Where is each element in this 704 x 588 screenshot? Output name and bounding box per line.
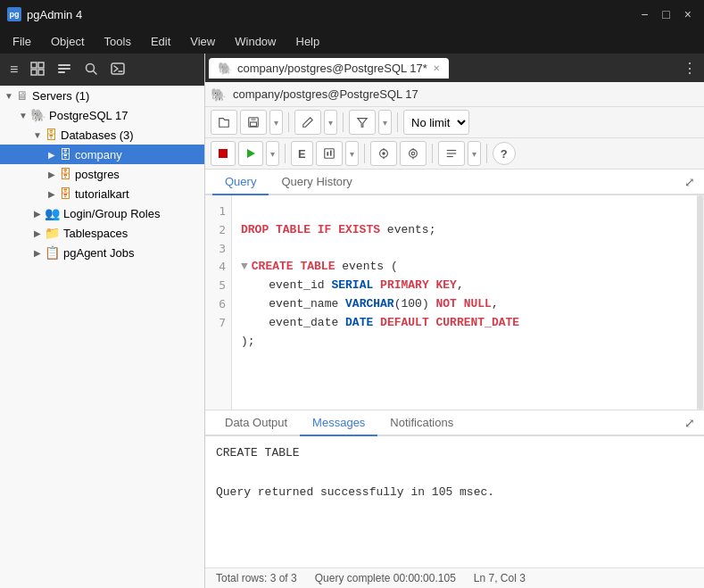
connection-label: company/postgres@PostgreSQL 17 [229,86,699,103]
postgres-label: postgres [75,168,120,181]
save-button[interactable] [240,110,267,135]
svg-rect-2 [31,70,37,75]
tab-more-button[interactable]: ⋮ [679,56,700,80]
analyze-button[interactable] [316,141,343,166]
tab-messages[interactable]: Messages [300,410,377,436]
tab-data-output[interactable]: Data Output [212,410,300,436]
svg-rect-12 [251,118,255,121]
tree-item-pgagent[interactable]: ▶ 📋 pgAgent Jobs [0,243,204,262]
content-area: 🐘 company/postgres@PostgreSQL 17* ✕ ⋮ 🐘 … [205,54,704,588]
query-tool-button[interactable] [106,59,129,81]
menu-file[interactable]: File [4,32,40,51]
svg-marker-16 [247,149,255,158]
active-tab[interactable]: 🐘 company/postgres@PostgreSQL 17* ✕ [209,58,449,79]
filter-button[interactable] [349,110,376,135]
pgagent-icon: 📋 [45,245,60,260]
editor-area: Query Query History ⤢ 1 2 3 4 5 6 7 DROP… [205,170,704,588]
code-content[interactable]: DROP TABLE IF EXISTS events; ▼CREATE TAB… [232,195,697,410]
run-dropdown-button[interactable]: ▾ [266,141,279,166]
active-tab-label: company/postgres@PostgreSQL 17* [237,62,427,75]
titlebar-left: pg pgAdmin 4 [7,7,82,21]
save-dropdown-button[interactable]: ▾ [269,110,283,135]
tab-query[interactable]: Query [212,170,269,195]
tab-query-history[interactable]: Query History [269,170,364,195]
tabs: 🐘 company/postgres@PostgreSQL 17* ✕ [209,58,449,79]
help-button[interactable]: ? [493,142,516,165]
svg-rect-5 [58,68,70,70]
row-limit-select[interactable]: No limit 1000 500 100 [403,110,469,135]
tree-item-tutorialkart[interactable]: ▶ 🗄 tutorialkart [0,184,204,203]
message-line-1: CREATE TABLE [216,443,693,463]
analyze-dropdown-button[interactable]: ▾ [345,141,359,166]
sql-connection-toolbar: 🐘 company/postgres@PostgreSQL 17 [205,82,704,107]
tab-notifications[interactable]: Notifications [377,410,466,436]
line-num-2: 2 [211,221,226,240]
message-line-2 [216,463,693,483]
scrollbar-thumb [698,195,703,410]
tree-item-databases[interactable]: ▼ 🗄 Databases (3) [0,125,204,145]
toolbar-separator-3 [397,112,398,132]
svg-marker-14 [358,119,368,128]
tree-item-company[interactable]: ▶ 🗄 company [0,145,204,164]
postgresql-icon: 🐘 [30,108,46,122]
databases-icon: 🗄 [45,128,57,142]
tab-close-button[interactable]: ✕ [433,63,440,73]
chevron-servers: ▼ [4,91,14,101]
query-editor[interactable]: 1 2 3 4 5 6 7 DROP TABLE IF EXISTS event… [205,195,704,410]
maximize-button[interactable]: □ [657,5,675,23]
tree-item-postgresql[interactable]: ▼ 🐘 PostgreSQL 17 [0,105,204,125]
menu-view[interactable]: View [181,32,224,51]
explain-button[interactable]: E [291,141,313,166]
app-logo: pg [7,7,21,21]
open-file-button[interactable] [211,110,237,135]
commit-button[interactable] [370,141,397,166]
tab-db-icon: 🐘 [218,62,232,75]
filter-dropdown-button[interactable]: ▾ [378,110,392,135]
rollback-button[interactable] [400,141,427,166]
search-button[interactable] [79,59,103,81]
minimize-button[interactable]: − [635,5,653,23]
edit-button[interactable] [294,110,321,135]
macro-button[interactable] [438,141,465,166]
menu-object[interactable]: Object [42,32,94,51]
editor-expand-icon[interactable]: ⤢ [683,173,697,191]
tutorialkart-db-icon: 🗄 [59,186,71,201]
menu-help[interactable]: Help [287,32,329,51]
chevron-pgagent: ▶ [32,248,43,258]
edit-dropdown-button[interactable]: ▾ [324,110,337,135]
sql-toolbar-row1: ▾ ▾ ▾ No limit 1000 500 100 [205,107,704,138]
svg-rect-17 [324,149,334,159]
results-footer: Total rows: 3 of 3 Query complete 00:00:… [205,567,704,588]
svg-point-25 [411,152,415,155]
tree-item-postgres[interactable]: ▶ 🗄 postgres [0,164,204,184]
chevron-databases: ▼ [32,130,43,140]
close-button[interactable]: × [679,5,697,23]
macro-dropdown-button[interactable]: ▾ [468,141,481,166]
tablespaces-icon: 📁 [45,226,60,240]
line-num-7: 7 [211,314,226,333]
editor-scrollbar[interactable] [697,195,704,410]
sidebar-toolbar: ≡ [0,54,204,86]
results-tabs: Data Output Messages Notifications [212,410,466,435]
line-num-4: 4 [211,258,226,277]
run-button[interactable] [238,141,263,166]
tree-item-servers[interactable]: ▼ 🖥 Servers (1) [0,86,204,105]
stop-button[interactable] [211,141,236,166]
window-controls[interactable]: − □ × [635,5,697,23]
results-expand-icon[interactable]: ⤢ [683,414,697,432]
svg-rect-15 [219,149,228,158]
pgagent-label: pgAgent Jobs [63,246,135,260]
menu-edit[interactable]: Edit [142,32,179,51]
svg-rect-3 [38,70,44,75]
menu-tools[interactable]: Tools [95,32,140,51]
properties-button[interactable] [53,59,76,81]
tree-item-tablespaces[interactable]: ▶ 📁 Tablespaces [0,223,204,243]
tablespaces-label: Tablespaces [63,227,128,240]
table-view-button[interactable] [26,59,49,81]
object-explorer-button[interactable]: ≡ [5,59,22,80]
tree-item-login-roles[interactable]: ▶ 👥 Login/Group Roles [0,203,204,223]
servers-icon: 🖥 [16,88,29,103]
login-roles-label: Login/Group Roles [63,207,160,220]
menubar: File Object Tools Edit View Window Help [0,29,704,54]
menu-window[interactable]: Window [226,32,285,51]
